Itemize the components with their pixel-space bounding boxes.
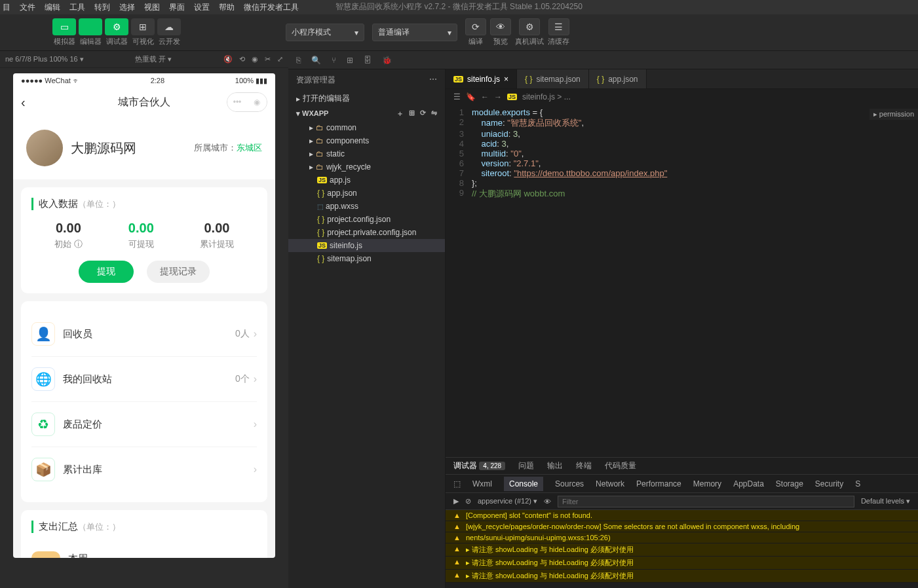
withdraw-button[interactable]: 提现: [79, 261, 134, 283]
devtool-tab[interactable]: Security: [815, 479, 843, 488]
refresh-icon[interactable]: ⟳: [420, 109, 426, 119]
file-item[interactable]: ⬚ app.wxss: [288, 200, 445, 213]
folder-item[interactable]: ▸ 🗀 components: [288, 134, 445, 147]
menu-item[interactable]: 界面: [169, 2, 185, 13]
devtool-tab[interactable]: S: [855, 479, 860, 488]
new-folder-icon[interactable]: ⊞: [409, 109, 415, 119]
overflow-indicator[interactable]: ▸ permission: [870, 109, 918, 120]
folder-item[interactable]: ▸ 🗀 wjyk_recycle: [288, 160, 445, 174]
menu-item[interactable]: 帮助: [219, 2, 235, 13]
open-editors-section[interactable]: ▸ 打开的编辑器: [288, 91, 445, 106]
action-预览[interactable]: 👁预览: [490, 18, 511, 46]
file-explorer: 资源管理器⋯ ▸ 打开的编辑器 ▾ WXAPP ＋ ⊞ ⟳ ⇋ ▸ 🗀 comm…: [288, 69, 446, 588]
project-root[interactable]: ▾ WXAPP ＋ ⊞ ⟳ ⇋: [288, 106, 445, 121]
menu-item[interactable]: 文件: [20, 2, 35, 13]
close-icon[interactable]: ◉: [247, 93, 267, 111]
editor-tab[interactable]: { } sitemap.json: [517, 69, 589, 88]
toolbar-模拟器[interactable]: ▭模拟器: [52, 18, 76, 46]
files-icon[interactable]: ⎘: [296, 56, 301, 65]
context-select[interactable]: appservice (#12) ▾: [478, 497, 537, 505]
menu-item[interactable]: 工具: [69, 2, 85, 13]
record-icon[interactable]: ◉: [252, 55, 258, 64]
git-icon[interactable]: ⑂: [332, 56, 336, 65]
devtool-tab[interactable]: Performance: [636, 479, 681, 488]
fwd-arrow-icon[interactable]: →: [494, 92, 502, 101]
devtool-tab[interactable]: Console: [504, 477, 543, 491]
editor-tab[interactable]: JS siteinfo.js ×: [446, 69, 517, 88]
editor-tab[interactable]: { } app.json: [589, 69, 647, 88]
menu-item[interactable]: 目: [3, 2, 10, 13]
toolbar-编辑器[interactable]: 编辑器: [79, 18, 102, 46]
menu-item[interactable]: 视图: [144, 2, 160, 13]
capsule[interactable]: ••• ◉: [227, 92, 267, 112]
close-tab-icon[interactable]: ×: [504, 75, 508, 84]
mode-select[interactable]: 小程序模式▾: [286, 24, 364, 41]
file-item[interactable]: JS siteinfo.js: [288, 239, 445, 252]
devtool-tab[interactable]: AppData: [733, 479, 764, 488]
folder-item[interactable]: ▸ 🗀 static: [288, 147, 445, 160]
new-file-icon[interactable]: ＋: [396, 109, 404, 119]
devtool-tab[interactable]: Memory: [693, 479, 721, 488]
inspect-icon[interactable]: ⬚: [453, 479, 461, 488]
back-icon[interactable]: ‹: [21, 95, 26, 110]
debug-tab[interactable]: 调试器 4, 228: [453, 460, 505, 471]
stat-item: 0.00累计提现: [200, 221, 234, 250]
file-item[interactable]: { } project.config.json: [288, 213, 445, 226]
file-item[interactable]: { } sitemap.json: [288, 252, 445, 265]
compile-select[interactable]: 普通编译▾: [372, 24, 457, 41]
code-editor[interactable]: ▸ permission 1module.exports = {2 name: …: [446, 105, 918, 457]
action-编译[interactable]: ⟳编译: [465, 18, 486, 46]
db-icon[interactable]: 🗄: [364, 56, 372, 65]
list-item[interactable]: 📦 累计出库 ›: [31, 447, 257, 492]
record-button[interactable]: 提现记录: [147, 261, 210, 283]
debug-tab[interactable]: 问题: [518, 460, 534, 471]
ban-icon[interactable]: ⊘: [465, 497, 471, 505]
menu-item[interactable]: 编辑: [45, 2, 60, 13]
debug-tab[interactable]: 输出: [547, 460, 563, 471]
chevron-icon[interactable]: ⤢: [277, 55, 283, 64]
devtool-tab[interactable]: Storage: [776, 479, 803, 488]
toolbar-可视化[interactable]: ⊞可视化: [131, 18, 155, 46]
toolbar-云开发[interactable]: ☁云开发: [157, 18, 181, 46]
list-item[interactable]: 🌐 我的回收站 0个 ›: [31, 357, 257, 402]
more-icon[interactable]: ⋯: [429, 75, 437, 86]
file-item[interactable]: JS app.js: [288, 174, 445, 187]
box-icon[interactable]: ⊞: [347, 56, 353, 65]
file-item[interactable]: { } project.private.config.json: [288, 226, 445, 239]
debug-tab[interactable]: 终端: [576, 460, 592, 471]
device-select[interactable]: ne 6/7/8 Plus 100% 16 ▾: [5, 55, 84, 64]
devtool-tab[interactable]: Wxml: [472, 479, 492, 488]
search-icon[interactable]: 🔍: [311, 56, 321, 65]
file-item[interactable]: { } app.json: [288, 187, 445, 200]
action-真机调试[interactable]: ⚙真机调试: [515, 18, 544, 46]
rotate-icon[interactable]: ⟲: [239, 55, 245, 64]
levels-select[interactable]: Default levels ▾: [861, 497, 910, 505]
collapse-icon[interactable]: ⇋: [431, 109, 437, 119]
filter-input[interactable]: [558, 496, 854, 507]
bug-icon[interactable]: 🐞: [382, 56, 392, 65]
list-item[interactable]: 👤 回收员 0人 ›: [31, 312, 257, 357]
bookmark-icon[interactable]: 🔖: [466, 92, 476, 101]
cut-icon[interactable]: ✂: [265, 55, 271, 64]
expense-item[interactable]: 周 本周支出笔数：0支出：0.00 ›: [31, 543, 257, 558]
hot-reload[interactable]: 热重载 开 ▾: [135, 54, 172, 64]
debug-tab[interactable]: 代码质量: [605, 460, 636, 471]
menu-item[interactable]: 选择: [119, 2, 135, 13]
toolbar-调试器[interactable]: ⚙调试器: [105, 18, 128, 46]
menu-item[interactable]: 转到: [94, 2, 110, 13]
devtool-tab[interactable]: Network: [596, 479, 624, 488]
menu-icon[interactable]: •••: [227, 93, 247, 111]
eye-icon[interactable]: 👁: [544, 498, 551, 505]
action-清缓存[interactable]: ☰清缓存: [548, 18, 569, 46]
menu-item[interactable]: 微信开发者工具: [244, 2, 299, 13]
devtool-tab[interactable]: Sources: [555, 479, 584, 488]
chevron-right-icon: ›: [254, 464, 257, 475]
breadcrumb[interactable]: siteinfo.js > ...: [522, 92, 571, 101]
play-icon[interactable]: ▶: [453, 497, 459, 505]
folder-item[interactable]: ▸ 🗀 common: [288, 121, 445, 134]
back-arrow-icon[interactable]: ←: [481, 92, 489, 101]
toggle-icon[interactable]: ☰: [453, 92, 461, 101]
mute-icon[interactable]: 🔇: [223, 55, 233, 64]
list-item[interactable]: ♻ 废品定价 ›: [31, 402, 257, 447]
menu-item[interactable]: 设置: [194, 2, 210, 13]
